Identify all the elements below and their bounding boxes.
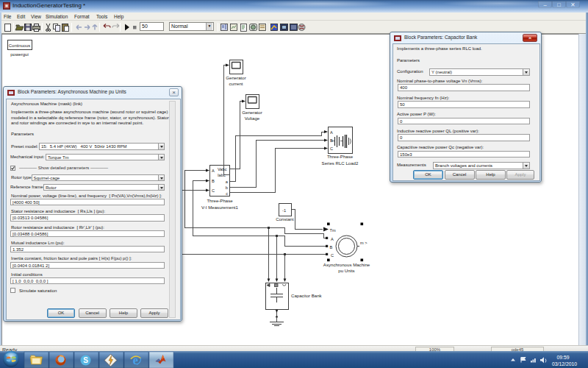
svg-text:Asynchronous Machine: Asynchronous Machine xyxy=(323,262,370,267)
svg-text:current: current xyxy=(229,81,243,86)
svg-text:S: S xyxy=(83,356,88,364)
svg-text:m >: m > xyxy=(360,241,368,245)
svg-text:Generator: Generator xyxy=(242,110,262,115)
svg-text:powergui: powergui xyxy=(10,52,29,57)
svg-text:C: C xyxy=(331,253,334,258)
svg-text:C: C xyxy=(330,146,333,151)
svg-text:-1: -1 xyxy=(282,208,286,213)
svg-text:Three-Phase: Three-Phase xyxy=(327,154,354,159)
svg-text:09:59: 09:59 xyxy=(556,355,569,360)
svg-text:b: b xyxy=(226,185,228,190)
svg-text:Voltage: Voltage xyxy=(245,116,260,121)
svg-text:A: A xyxy=(212,169,215,173)
svg-text:Tm: Tm xyxy=(330,228,336,233)
svg-text:V-I Measurement1: V-I Measurement1 xyxy=(201,205,238,210)
svg-text:B: B xyxy=(330,138,333,143)
svg-text:Vabc: Vabc xyxy=(218,167,227,171)
svg-text:Series RLC Load2: Series RLC Load2 xyxy=(322,160,359,166)
svg-text:03/12/2010: 03/12/2010 xyxy=(552,361,577,367)
svg-text:B: B xyxy=(330,245,333,250)
svg-text:Constant: Constant xyxy=(276,216,294,222)
svg-text:Capacitor Bank: Capacitor Bank xyxy=(291,293,323,298)
svg-text:B: B xyxy=(212,179,215,183)
svg-text:C: C xyxy=(212,188,215,193)
svg-text:Continuous: Continuous xyxy=(9,43,30,48)
svg-text:A: A xyxy=(331,237,334,241)
svg-text:pu Units: pu Units xyxy=(338,268,354,273)
svg-text:Iabc: Iabc xyxy=(218,173,226,177)
svg-text:Three-Phase: Three-Phase xyxy=(207,198,233,203)
svg-text:Generator: Generator xyxy=(226,75,245,80)
svg-text:A: A xyxy=(330,130,333,135)
svg-text:c: c xyxy=(226,191,228,196)
